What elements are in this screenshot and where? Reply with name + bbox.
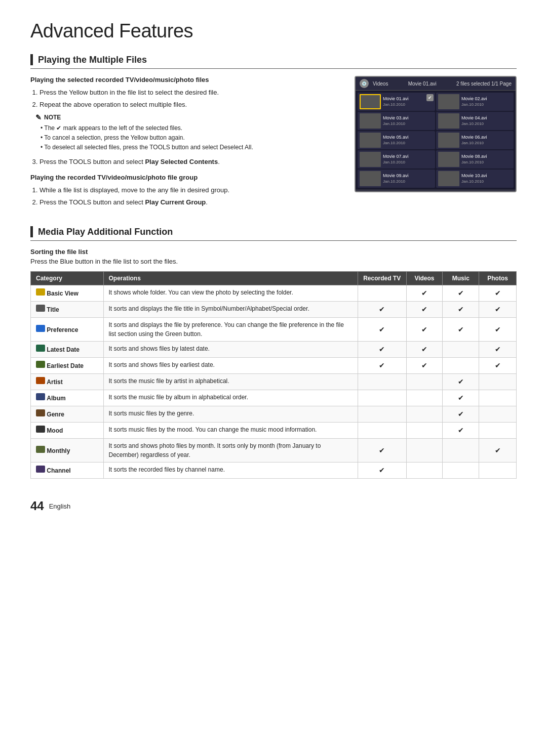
checkmark-icon: ✔ <box>421 325 427 333</box>
tv-thumb <box>360 94 381 109</box>
operation-cell: It sorts music files by the mood. You ca… <box>103 423 358 439</box>
tv-bottom-bar: ■ SUM ▲ A Change Device ■ Select ■ Sorti… <box>356 190 516 192</box>
section1-text: Playing the selected recorded TV/video/m… <box>30 76 339 211</box>
photos-cell <box>479 406 517 423</box>
photos-cell <box>479 374 517 390</box>
category-label: Basic View <box>47 290 78 297</box>
checkmark-icon: ✔ <box>379 466 385 474</box>
checkmark-icon: ✔ <box>379 361 385 369</box>
tv-thumb <box>438 133 459 148</box>
music-cell <box>443 358 479 374</box>
tv-thumb <box>438 113 459 129</box>
category-cell: Preference <box>31 318 104 342</box>
category-label: Preference <box>47 326 78 333</box>
recorded-tv-cell: ✔ <box>358 439 406 463</box>
step-1-2: Repeat the above operation to select mul… <box>40 100 339 110</box>
checkmark-icon: ✔ <box>495 345 501 353</box>
checkmark-icon: ✔ <box>379 345 385 353</box>
category-label: Album <box>47 395 65 402</box>
table-row: ArtistIt sorts the music file by artist … <box>31 374 517 390</box>
operation-cell: It sorts and shows files by latest date. <box>103 342 358 358</box>
tv-item-info: Movie 04.avi Jan.10.2010 <box>461 115 487 127</box>
tv-item-info: Movie 02.avi Jan.10.2010 <box>461 96 487 107</box>
subsection2-title: Playing the recorded TV/video/music/phot… <box>30 174 339 181</box>
category-cell: Earliest Date <box>31 358 104 374</box>
step-1-3: Press the TOOLS button and select Play S… <box>40 157 339 167</box>
tv-file-item: Movie 09.avi Jan.10.2010 <box>358 170 435 188</box>
steps-list-1: Press the Yellow button in the file list… <box>40 88 339 109</box>
photos-cell: ✔ <box>479 285 517 302</box>
category-icon-title <box>36 305 45 312</box>
tv-top-bar: 💿 Videos Movie 01.avi 2 files selected 1… <box>356 77 516 91</box>
checkmark-icon: ✔ <box>421 345 427 353</box>
music-cell: ✔ <box>443 285 479 302</box>
disc-icon: 💿 <box>360 79 369 88</box>
tv-file-item: Movie 04.avi Jan.10.2010 <box>436 112 514 130</box>
checkmark-icon: ✔ <box>495 446 501 454</box>
tv-item-info: Movie 09.avi Jan.10.2010 <box>383 173 409 184</box>
photos-cell <box>479 390 517 406</box>
tv-top-info: Videos Movie 01.avi 2 files selected 1/1… <box>373 81 512 87</box>
tv-file-grid: Movie 01.avi Jan.10.2010 ✔ Movie 02.avi … <box>356 91 516 190</box>
music-cell <box>443 342 479 358</box>
checkmark-icon: ✔ <box>379 305 385 313</box>
col-header-videos: Videos <box>406 272 443 285</box>
tv-file-item: Movie 03.avi Jan.10.2010 <box>358 112 435 130</box>
tv-item-info: Movie 08.avi Jan.10.2010 <box>461 154 487 165</box>
sorting-note: Press the Blue button in the file list t… <box>30 258 517 265</box>
category-label: Monthly <box>47 447 70 454</box>
step-2-1: While a file list is displayed, move to … <box>40 185 339 195</box>
section1-title: Playing the Multiple Files <box>38 55 147 65</box>
table-row: MonthlyIt sorts and shows photo files by… <box>31 439 517 463</box>
category-icon-pref <box>36 325 45 332</box>
videos-cell: ✔ <box>406 302 443 318</box>
music-cell: ✔ <box>443 406 479 423</box>
table-header-row: Category Operations Recorded TV Videos M… <box>31 272 517 285</box>
music-cell: ✔ <box>443 302 479 318</box>
category-cell: Basic View <box>31 285 104 302</box>
photos-cell <box>479 423 517 439</box>
checkmark-icon: ✔ <box>495 325 501 333</box>
photos-cell: ✔ <box>479 439 517 463</box>
checkmark-icon: ✔ <box>458 325 464 333</box>
col-header-music: Music <box>443 272 479 285</box>
col-header-category: Category <box>31 272 104 285</box>
videos-cell: ✔ <box>406 358 443 374</box>
tv-thumb <box>438 152 459 167</box>
recorded-tv-cell: ✔ <box>358 358 406 374</box>
table-row: Earliest DateIt sorts and shows files by… <box>31 358 517 374</box>
note-label: ✎ NOTE <box>35 113 339 121</box>
music-cell: ✔ <box>443 318 479 342</box>
note-block: ✎ NOTE The ✔ mark appears to the left of… <box>30 113 339 153</box>
videos-cell: ✔ <box>406 342 443 358</box>
page-lang: English <box>49 502 71 510</box>
checkmark-icon: ✔ <box>458 289 464 297</box>
operation-cell: It sorts and shows files by earliest dat… <box>103 358 358 374</box>
step-2-2: Press the TOOLS button and select Play C… <box>40 197 339 207</box>
category-label: Title <box>47 306 59 313</box>
operation-cell: It sorts the music file by album in alph… <box>103 390 358 406</box>
videos-cell <box>406 406 443 423</box>
section1-header: Playing the Multiple Files <box>30 54 517 69</box>
tv-item-info: Movie 07.avi Jan.10.2010 <box>383 154 409 165</box>
tv-thumb <box>360 133 381 148</box>
tv-item-info: Movie 10.avi Jan.10.2010 <box>461 173 487 184</box>
checkmark-icon: ✔ <box>379 325 385 333</box>
category-label: Latest Date <box>47 346 80 353</box>
music-cell: ✔ <box>443 423 479 439</box>
table-row: Latest DateIt sorts and shows files by l… <box>31 342 517 358</box>
tv-checkmark: ✔ <box>426 94 434 101</box>
table-row: GenreIt sorts music files by the genre.✔ <box>31 406 517 423</box>
photos-cell: ✔ <box>479 318 517 342</box>
music-cell <box>443 439 479 463</box>
operation-cell: It sorts the music file by artist in alp… <box>103 374 358 390</box>
tv-thumb <box>360 171 381 186</box>
note-item-1: The ✔ mark appears to the left of the se… <box>41 123 339 133</box>
checkmark-icon: ✔ <box>458 377 464 386</box>
sorting-subsection-title: Sorting the file list <box>30 248 517 256</box>
category-cell: Title <box>31 302 104 318</box>
note-list: The ✔ mark appears to the left of the se… <box>35 123 339 153</box>
tv-file-item: Movie 10.avi Jan.10.2010 <box>436 170 514 188</box>
col-header-operations: Operations <box>103 272 358 285</box>
photos-cell: ✔ <box>479 342 517 358</box>
